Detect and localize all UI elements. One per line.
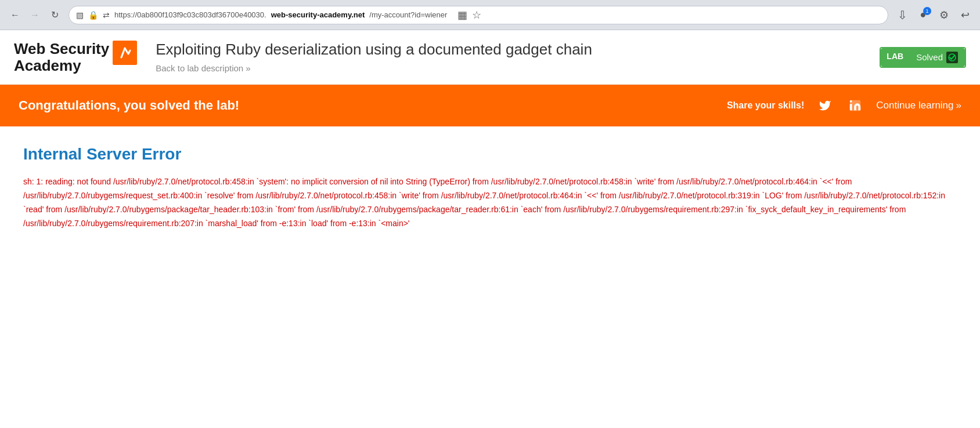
lab-title: Exploiting Ruby deserialization using a …: [156, 41, 861, 59]
qr-icon[interactable]: ▦: [457, 9, 467, 21]
error-trace: sh: 1: reading: not found /usr/lib/ruby/…: [23, 175, 957, 230]
notification-badge: 1: [923, 7, 931, 15]
logo-icon: [113, 41, 137, 65]
twitter-icon[interactable]: [816, 96, 834, 115]
browser-right-icons: ⇩ ● 1 ⚙ ↩: [894, 7, 973, 23]
solved-badge: Solved: [909, 48, 965, 67]
forward-button[interactable]: →: [27, 7, 43, 23]
back-to-lab-link[interactable]: Back to lab description »: [156, 63, 250, 73]
continue-text: Continue learning: [876, 100, 953, 111]
share-text: Share your skills!: [727, 100, 804, 111]
lab-info: Exploiting Ruby deserialization using a …: [156, 41, 861, 74]
logo-line1: Web Security: [14, 41, 109, 57]
extensions-icon[interactable]: ⚙: [936, 7, 952, 23]
lab-badge-area: LAB Solved: [880, 47, 966, 68]
solved-icon: [946, 52, 958, 63]
logo-text: Web Security Academy: [14, 41, 137, 74]
continue-arrows: »: [956, 100, 961, 111]
address-icons: ▦ ☆: [457, 9, 481, 21]
logo-line2: Academy: [14, 57, 109, 74]
lock-icon: 🔒: [88, 10, 98, 20]
reload-button[interactable]: ↻: [46, 7, 63, 23]
logo-area: Web Security Academy: [14, 41, 137, 74]
main-content: Internal Server Error sh: 1: reading: no…: [0, 126, 980, 249]
star-icon[interactable]: ☆: [472, 9, 481, 21]
address-bar[interactable]: ▧ 🔒 ⇄ https://0ab800f103f9c03c803df36700…: [69, 6, 888, 24]
solved-text: Solved: [916, 52, 943, 62]
banner-right: Share your skills! Continue learning »: [727, 96, 961, 115]
url-domain: web-security-academy.net: [271, 10, 365, 19]
linkedin-icon[interactable]: [846, 96, 864, 115]
error-title: Internal Server Error: [23, 145, 957, 164]
download-icon[interactable]: ⇩: [894, 7, 910, 23]
page-header: Web Security Academy Exploiting Ruby des…: [0, 30, 980, 85]
logo-words: Web Security Academy: [14, 41, 109, 74]
banner-message: Congratulations, you solved the lab!: [19, 98, 239, 113]
browser-chrome: ← → ↻ ▧ 🔒 ⇄ https://0ab800f103f9c03c803d…: [0, 0, 980, 30]
url-path: /my-account?id=wiener: [369, 10, 447, 19]
lab-label: LAB: [881, 48, 909, 67]
back-link-arrows: »: [246, 63, 250, 73]
svg-point-2: [850, 100, 852, 103]
notification-icon[interactable]: ● 1: [915, 7, 931, 23]
url-protocol: https://0ab800f103f9c03c803df36700e40030…: [114, 10, 266, 19]
shield-icon: ▧: [76, 10, 84, 20]
profile-icon[interactable]: ↩: [957, 7, 973, 23]
tracking-icon: ⇄: [103, 10, 110, 20]
success-banner: Congratulations, you solved the lab! Sha…: [0, 85, 980, 126]
back-button[interactable]: ←: [7, 7, 23, 23]
continue-learning-link[interactable]: Continue learning »: [876, 100, 961, 111]
nav-buttons: ← → ↻: [7, 7, 63, 23]
back-link-text: Back to lab description: [156, 63, 243, 73]
